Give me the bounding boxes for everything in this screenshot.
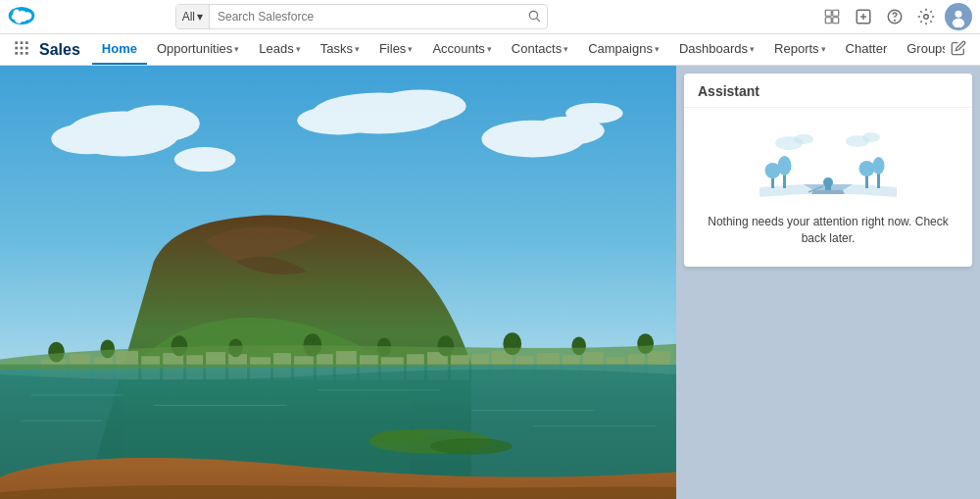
svg-rect-19 [15,46,18,49]
chevron-down-icon: ▾ [234,44,239,54]
svg-point-96 [794,134,813,144]
nav-item-dashboards[interactable]: Dashboards ▾ [669,34,764,65]
nav-edit-button[interactable] [945,40,972,59]
svg-rect-23 [21,52,24,55]
svg-rect-4 [833,10,839,16]
svg-point-28 [51,124,122,154]
svg-rect-21 [25,46,28,49]
svg-rect-22 [15,52,18,55]
chevron-down-icon: ▾ [355,44,360,54]
svg-rect-6 [833,18,839,24]
svg-point-92 [859,161,875,176]
assistant-body: Nothing needs your attention right now. … [684,108,972,267]
svg-point-94 [873,157,885,175]
svg-point-14 [955,11,961,18]
chevron-down-icon: ▾ [564,44,568,54]
svg-line-2 [536,18,539,21]
setup-button[interactable] [913,4,939,29]
svg-point-34 [174,147,236,172]
salesforce-logo[interactable] [8,2,35,32]
svg-rect-5 [825,18,831,24]
svg-point-27 [118,105,200,142]
nav-item-files[interactable]: Files ▾ [369,34,422,65]
main-content: Assistant [0,66,980,499]
search-button[interactable] [521,9,547,25]
nav-item-chatter[interactable]: Chatter [836,34,898,65]
search-scope-label: All [182,10,195,24]
svg-point-90 [778,156,792,175]
add-button[interactable] [851,4,876,29]
svg-rect-20 [21,46,24,49]
search-scope-selector[interactable]: All ▾ [176,5,210,28]
svg-rect-85 [825,184,831,190]
search-input[interactable] [210,10,521,24]
assistant-message: Nothing needs your attention right now. … [698,214,958,247]
nav-items: Home Opportunities ▾ Leads ▾ Tasks ▾ Fil… [92,34,945,65]
nav-item-reports[interactable]: Reports ▾ [764,34,836,65]
nav-item-contacts[interactable]: Contacts ▾ [502,34,578,65]
user-avatar[interactable] [945,3,972,30]
nav-item-leads[interactable]: Leads ▾ [249,34,310,65]
hero-image-area [0,66,676,499]
search-bar: All ▾ [175,4,548,29]
top-actions [819,3,972,30]
chevron-down-icon: ▾ [296,44,301,54]
svg-point-35 [565,103,623,124]
svg-rect-16 [15,41,18,44]
nav-item-tasks[interactable]: Tasks ▾ [311,34,369,65]
chevron-down-icon: ▾ [750,44,755,54]
nav-item-campaigns[interactable]: Campaigns ▾ [578,34,669,65]
nav-item-opportunities[interactable]: Opportunities ▾ [147,34,249,65]
svg-point-1 [529,11,537,19]
nav-bar: Sales Home Opportunities ▾ Leads ▾ Tasks… [0,34,980,66]
svg-point-12 [924,15,929,20]
help-button[interactable] [882,4,907,29]
svg-point-31 [297,106,379,134]
svg-point-83 [374,430,425,443]
chevron-down-icon: ▾ [487,44,492,54]
svg-rect-3 [825,10,831,16]
svg-point-11 [895,20,896,21]
svg-point-30 [374,89,466,122]
search-scope-chevron: ▾ [197,10,203,24]
svg-rect-24 [25,52,28,55]
chevron-down-icon: ▾ [408,44,413,54]
chevron-down-icon: ▾ [821,44,826,54]
assistant-illustration [750,124,906,202]
nav-item-home[interactable]: Home [92,34,147,65]
svg-point-15 [953,19,964,27]
notification-indicator-button[interactable] [819,4,845,29]
svg-rect-18 [25,41,28,44]
nav-item-accounts[interactable]: Accounts ▾ [422,34,501,65]
nav-item-groups[interactable]: Groups ▾ [897,34,945,65]
chevron-down-icon: ▾ [655,44,660,54]
svg-point-82 [430,438,513,455]
top-bar: All ▾ [0,0,980,34]
assistant-card: Assistant [684,74,972,267]
svg-rect-17 [21,41,24,44]
right-panel: Assistant [676,66,980,499]
app-launcher-button[interactable] [8,40,35,60]
svg-point-98 [862,132,880,142]
assistant-title: Assistant [684,74,972,108]
app-name: Sales [35,41,92,59]
